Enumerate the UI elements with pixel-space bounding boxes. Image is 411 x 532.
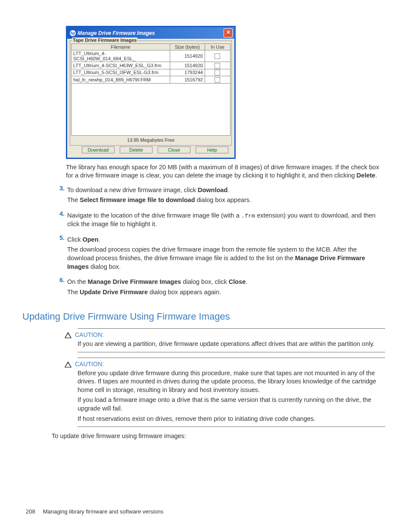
caution-text: If you are viewing a partition, drive fi… <box>78 340 385 348</box>
help-button[interactable]: Help <box>196 146 228 153</box>
step-4: 4. Navigate to the location of the drive… <box>54 210 385 230</box>
table-row[interactable]: LTT_Ultrium_4-SCSI_H63W_ESL_G3.frm 15149… <box>72 62 230 69</box>
close-button[interactable]: Close <box>158 146 190 153</box>
table-empty-area <box>71 84 230 136</box>
tape-drive-firmware-fieldset: Tape Drive Firmware Images Filename Size… <box>70 40 232 146</box>
paragraph: To update drive firmware using firmware … <box>52 432 385 441</box>
fieldset-legend: Tape Drive Firmware Images <box>72 37 137 43</box>
step-6: 6. On the Manage Drive Firmware Images d… <box>54 276 385 298</box>
step-5: 5. Click Open. The download process copi… <box>54 234 385 273</box>
caution-triangle-icon <box>65 332 72 338</box>
col-filename: Filename <box>72 44 170 50</box>
table-row[interactable]: hal_fc_newhp_014_889_H67W.FRM 1516792 <box>72 76 230 84</box>
caution-label: CAUTION: <box>75 331 104 338</box>
delete-button[interactable]: Delete <box>120 146 153 153</box>
firmware-images-table: Filename Size (bytes) In Use LTT_Ultrium… <box>71 44 230 84</box>
free-space-label: 13.95 Megabytes Free <box>71 136 230 144</box>
close-icon[interactable]: ✕ <box>224 28 233 37</box>
caution-text: Before you update drive firmware during … <box>78 369 385 395</box>
page-number: 208 <box>26 508 41 515</box>
hp-logo-icon: hp <box>70 30 76 36</box>
caution-block: CAUTION: If you are viewing a partition,… <box>47 328 385 352</box>
checkbox-icon[interactable] <box>215 77 220 83</box>
table-row[interactable]: LTT_Ultrium_4-SCSI_H60W_014_684_ESL_ 151… <box>72 50 230 62</box>
caution-label: CAUTION: <box>75 361 104 367</box>
table-row[interactable]: LTT_Ultrium_5-SCSI_I3FW_ESL-G3.frm 17932… <box>72 69 230 76</box>
manage-drive-firmware-dialog: hp Manage Drive Firmware Images ✕ Tape D… <box>66 26 236 159</box>
caution-text: If you load a firmware image onto a driv… <box>78 396 385 413</box>
download-button[interactable]: Download <box>82 146 115 153</box>
col-inuse: In Use <box>205 44 230 50</box>
checkbox-icon[interactable] <box>215 53 220 59</box>
section-heading: Updating Drive Firmware Using Firmware I… <box>22 311 385 322</box>
checkbox-icon[interactable] <box>215 70 220 75</box>
page-footer: 208 Managing library firmware and softwa… <box>26 508 163 515</box>
dialog-titlebar: hp Manage Drive Firmware Images ✕ <box>67 27 234 39</box>
paragraph: The library has enough space for 20 MB (… <box>66 163 385 180</box>
caution-block: CAUTION: Before you update drive firmwar… <box>47 358 385 427</box>
caution-text: If host reservations exist on drives, re… <box>78 415 385 423</box>
col-size: Size (bytes) <box>170 44 205 50</box>
footer-title: Managing library firmware and software v… <box>43 508 164 515</box>
caution-triangle-icon <box>65 361 72 367</box>
step-3: 3. To download a new drive firmware imag… <box>54 184 385 206</box>
checkbox-icon[interactable] <box>215 63 220 68</box>
dialog-title: Manage Drive Firmware Images <box>78 30 224 36</box>
